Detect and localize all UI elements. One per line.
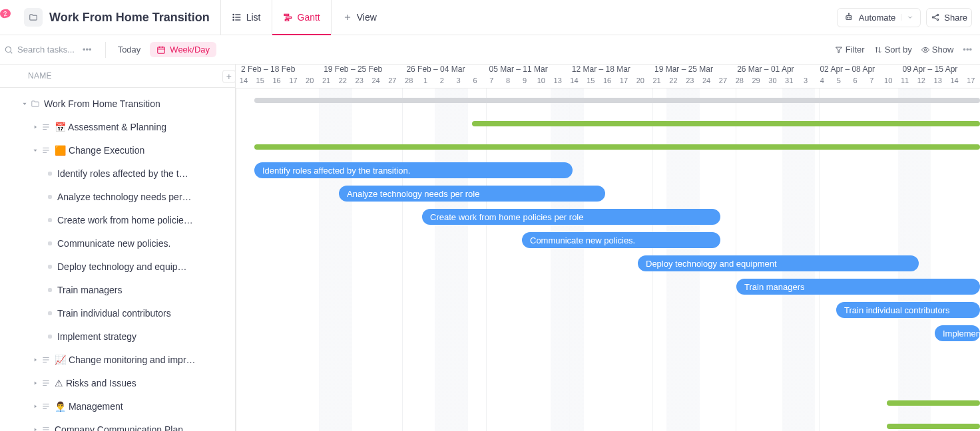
gantt-row xyxy=(236,391,980,414)
chevron-icon[interactable] xyxy=(32,124,39,130)
tree-group-0[interactable]: 📅 Assessment & Planning xyxy=(0,115,235,138)
more-icon-2[interactable]: ••• xyxy=(963,45,972,55)
tab-list[interactable]: List xyxy=(221,0,272,35)
gantt-row xyxy=(236,112,980,135)
tree-task-1-7[interactable]: Implement strategy xyxy=(0,325,235,348)
day-label: 28 xyxy=(732,76,748,88)
group-label: 📈 Change monitoring and impr… xyxy=(55,355,196,365)
tab-gantt-label: Gantt xyxy=(298,12,320,23)
tree-group-2[interactable]: 📈 Change monitoring and impr… xyxy=(0,348,235,371)
gantt-row xyxy=(236,368,980,391)
notification-badge[interactable]: 2 xyxy=(0,9,16,25)
tab-add-label: View xyxy=(357,12,377,23)
day-label: 4 xyxy=(814,76,831,88)
tree-task-1-1[interactable]: Analyze technology needs per… xyxy=(0,185,235,208)
tree-group-5[interactable]: Company Communication Plan xyxy=(0,418,235,431)
tree-task-1-6[interactable]: Train individual contributors xyxy=(0,301,235,325)
tree-task-1-5[interactable]: Train managers xyxy=(0,278,235,301)
plus-icon xyxy=(342,12,353,23)
svg-rect-6 xyxy=(284,14,289,15)
more-icon[interactable]: ••• xyxy=(83,45,92,55)
svg-point-4 xyxy=(233,17,234,17)
show-button[interactable]: Show xyxy=(921,45,954,55)
chevron-down-icon[interactable] xyxy=(21,100,28,107)
svg-point-5 xyxy=(233,19,234,20)
task-bar[interactable]: Implement strategy xyxy=(935,325,980,341)
week-label: 26 Feb – 04 Mar xyxy=(406,65,465,76)
gantt-row: Implement strategy xyxy=(236,321,980,345)
gantt-row: Train managers xyxy=(236,275,980,298)
share-label: Share xyxy=(944,13,967,23)
tab-add-view[interactable]: View xyxy=(331,0,387,35)
today-button[interactable]: Today xyxy=(113,42,146,57)
svg-point-18 xyxy=(937,19,939,20)
task-tree: Work From Home Transition📅 Assessment & … xyxy=(0,88,235,431)
add-column-button[interactable]: + xyxy=(222,70,236,83)
svg-marker-27 xyxy=(836,47,842,53)
chevron-icon[interactable] xyxy=(32,380,39,386)
task-bar[interactable]: Deploy technology and equipment xyxy=(638,255,919,271)
tree-group-1[interactable]: 🟧 Change Execution xyxy=(0,138,235,162)
svg-marker-38 xyxy=(35,358,37,361)
chevron-icon[interactable] xyxy=(32,147,39,154)
day-label: 22 xyxy=(666,76,682,88)
day-label: 20 xyxy=(632,76,649,88)
tree-group-3[interactable]: ⚠ Risks and Issues xyxy=(0,371,235,394)
doc-icon xyxy=(41,146,51,155)
day-label: 6 xyxy=(467,76,484,88)
svg-line-22 xyxy=(11,51,13,53)
chevron-down-icon[interactable] xyxy=(901,14,913,21)
svg-point-12 xyxy=(847,17,848,18)
task-bar[interactable]: Communicate new policies. xyxy=(522,232,720,248)
tree-task-1-2[interactable]: Create work from home policie… xyxy=(0,208,235,231)
chevron-icon[interactable] xyxy=(32,426,39,432)
gantt-row: Create work from home policies per role xyxy=(236,205,980,228)
sortby-button[interactable]: Sort by xyxy=(874,45,912,55)
summary-bar[interactable] xyxy=(254,98,980,103)
summary-bar[interactable] xyxy=(887,424,980,429)
tree-task-1-4[interactable]: Deploy technology and equip… xyxy=(0,255,235,278)
task-bar[interactable]: Train managers xyxy=(736,279,980,295)
view-tabs: List Gantt View xyxy=(220,0,387,35)
gantt-row xyxy=(236,135,980,158)
bullet-icon xyxy=(48,172,52,176)
day-label: 16 xyxy=(599,76,616,88)
calendar-icon xyxy=(156,45,166,55)
task-bar[interactable]: Create work from home policies per role xyxy=(422,209,720,225)
tree-task-1-3[interactable]: Communicate new policies. xyxy=(0,231,235,255)
timeline-header: 2 Feb – 18 Feb19 Feb – 25 Feb26 Feb – 04… xyxy=(236,65,980,88)
tree-root[interactable]: Work From Home Transition xyxy=(0,92,235,115)
share-button[interactable]: Share xyxy=(926,8,972,27)
week-label: 19 Feb – 25 Feb xyxy=(324,65,382,76)
day-label: 1 xyxy=(417,76,434,88)
summary-bar[interactable] xyxy=(887,400,980,406)
filter-button[interactable]: Filter xyxy=(835,45,865,55)
automate-button[interactable]: Automate xyxy=(837,8,921,27)
chevron-icon[interactable] xyxy=(32,403,39,410)
automate-label: Automate xyxy=(859,13,896,23)
sort-icon xyxy=(874,46,882,54)
group-label: ⚠ Risks and Issues xyxy=(55,378,136,388)
task-bar[interactable]: Analyze technology needs per role xyxy=(339,186,605,202)
svg-point-13 xyxy=(850,17,850,18)
tree-task-1-0[interactable]: Identify roles affected by the t… xyxy=(0,162,235,185)
task-bar[interactable]: Identify roles affected by the transitio… xyxy=(254,162,573,178)
tree-group-4[interactable]: 👨‍💼 Management xyxy=(0,394,235,418)
svg-marker-50 xyxy=(35,428,37,431)
folder-icon[interactable] xyxy=(24,8,43,27)
day-label: 16 xyxy=(269,76,286,88)
search-input[interactable]: Search tasks... xyxy=(4,45,75,55)
task-label: Train individual contributors xyxy=(57,308,171,319)
chevron-icon[interactable] xyxy=(32,357,39,363)
gantt-area[interactable]: 2 Feb – 18 Feb19 Feb – 25 Feb26 Feb – 04… xyxy=(236,65,980,431)
tab-gantt[interactable]: Gantt xyxy=(272,0,331,35)
gantt-row xyxy=(236,345,980,368)
weekday-button[interactable]: Week/Day xyxy=(150,42,216,57)
bullet-icon xyxy=(48,241,52,245)
summary-bar[interactable] xyxy=(472,121,980,126)
summary-bar[interactable] xyxy=(254,144,980,150)
svg-point-21 xyxy=(5,47,11,52)
day-label: 27 xyxy=(384,76,401,88)
svg-point-17 xyxy=(937,14,939,15)
task-bar[interactable]: Train individual contributors xyxy=(836,302,980,318)
